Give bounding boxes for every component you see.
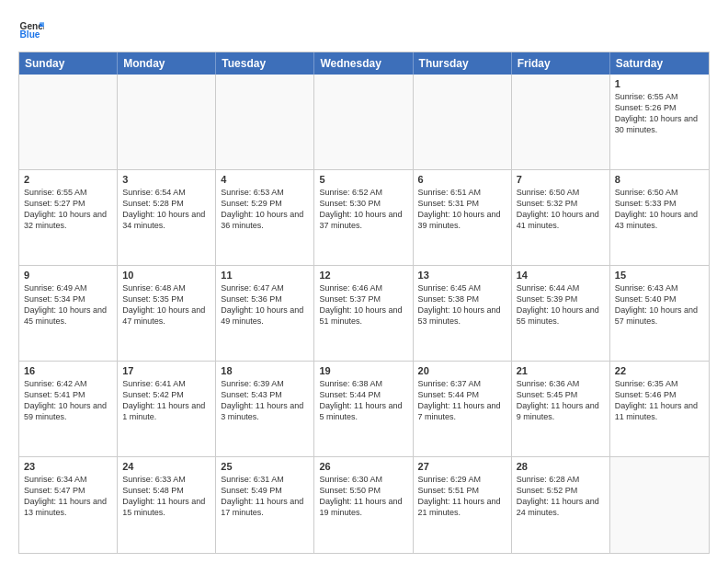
cell-info: Sunrise: 6:48 AM Sunset: 5:35 PM Dayligh…	[122, 282, 210, 327]
header-thursday: Thursday	[414, 52, 512, 75]
day-number: 5	[319, 174, 407, 185]
day-number: 7	[517, 174, 605, 185]
header-monday: Monday	[118, 52, 216, 75]
calendar-cell	[314, 75, 413, 169]
calendar-cell: 28Sunrise: 6:28 AM Sunset: 5:52 PM Dayli…	[512, 457, 610, 553]
calendar-cell	[19, 75, 118, 169]
header-saturday: Saturday	[610, 52, 709, 75]
calendar-cell: 16Sunrise: 6:42 AM Sunset: 5:41 PM Dayli…	[19, 362, 118, 456]
cell-info: Sunrise: 6:53 AM Sunset: 5:29 PM Dayligh…	[221, 187, 309, 232]
calendar-cell	[414, 75, 512, 169]
day-number: 26	[319, 461, 407, 472]
calendar-cell: 9Sunrise: 6:49 AM Sunset: 5:34 PM Daylig…	[19, 266, 118, 361]
cell-info: Sunrise: 6:36 AM Sunset: 5:45 PM Dayligh…	[517, 378, 605, 423]
calendar-cell: 7Sunrise: 6:50 AM Sunset: 5:32 PM Daylig…	[512, 170, 610, 265]
calendar: Sunday Monday Tuesday Wednesday Thursday…	[18, 52, 710, 554]
cell-info: Sunrise: 6:45 AM Sunset: 5:38 PM Dayligh…	[418, 282, 506, 327]
day-number: 2	[24, 174, 112, 185]
cell-info: Sunrise: 6:49 AM Sunset: 5:34 PM Dayligh…	[24, 282, 112, 327]
day-number: 28	[517, 461, 605, 472]
calendar-row-5: 23Sunrise: 6:34 AM Sunset: 5:47 PM Dayli…	[19, 457, 709, 553]
day-number: 9	[24, 270, 112, 281]
day-number: 23	[24, 461, 112, 472]
svg-text:Blue: Blue	[20, 29, 40, 40]
day-number: 18	[221, 365, 309, 376]
cell-info: Sunrise: 6:30 AM Sunset: 5:50 PM Dayligh…	[319, 474, 407, 519]
cell-info: Sunrise: 6:34 AM Sunset: 5:47 PM Dayligh…	[24, 474, 112, 519]
cell-info: Sunrise: 6:28 AM Sunset: 5:52 PM Dayligh…	[517, 474, 605, 519]
cell-info: Sunrise: 6:39 AM Sunset: 5:43 PM Dayligh…	[221, 378, 309, 423]
calendar-cell: 13Sunrise: 6:45 AM Sunset: 5:38 PM Dayli…	[414, 266, 512, 361]
cell-info: Sunrise: 6:41 AM Sunset: 5:42 PM Dayligh…	[122, 378, 210, 423]
calendar-cell: 14Sunrise: 6:44 AM Sunset: 5:39 PM Dayli…	[512, 266, 610, 361]
calendar-cell: 11Sunrise: 6:47 AM Sunset: 5:36 PM Dayli…	[216, 266, 314, 361]
header: General Blue	[18, 17, 710, 42]
calendar-cell: 22Sunrise: 6:35 AM Sunset: 5:46 PM Dayli…	[610, 362, 709, 456]
calendar-cell: 26Sunrise: 6:30 AM Sunset: 5:50 PM Dayli…	[314, 457, 413, 553]
calendar-cell	[216, 75, 314, 169]
cell-info: Sunrise: 6:37 AM Sunset: 5:44 PM Dayligh…	[418, 378, 506, 423]
cell-info: Sunrise: 6:35 AM Sunset: 5:46 PM Dayligh…	[615, 378, 704, 423]
calendar-cell	[610, 457, 709, 553]
calendar-cell: 5Sunrise: 6:52 AM Sunset: 5:30 PM Daylig…	[314, 170, 413, 265]
calendar-cell: 2Sunrise: 6:55 AM Sunset: 5:27 PM Daylig…	[19, 170, 118, 265]
calendar-cell: 21Sunrise: 6:36 AM Sunset: 5:45 PM Dayli…	[512, 362, 610, 456]
calendar-row-2: 2Sunrise: 6:55 AM Sunset: 5:27 PM Daylig…	[19, 170, 709, 266]
day-number: 19	[319, 365, 407, 376]
calendar-header: Sunday Monday Tuesday Wednesday Thursday…	[19, 52, 709, 75]
cell-info: Sunrise: 6:55 AM Sunset: 5:27 PM Dayligh…	[24, 187, 112, 232]
header-sunday: Sunday	[19, 52, 118, 75]
calendar-row-4: 16Sunrise: 6:42 AM Sunset: 5:41 PM Dayli…	[19, 362, 709, 457]
header-friday: Friday	[512, 52, 610, 75]
calendar-cell: 19Sunrise: 6:38 AM Sunset: 5:44 PM Dayli…	[314, 362, 413, 456]
cell-info: Sunrise: 6:29 AM Sunset: 5:51 PM Dayligh…	[418, 474, 506, 519]
cell-info: Sunrise: 6:52 AM Sunset: 5:30 PM Dayligh…	[319, 187, 407, 232]
day-number: 11	[221, 270, 309, 281]
header-wednesday: Wednesday	[314, 52, 413, 75]
calendar-cell: 18Sunrise: 6:39 AM Sunset: 5:43 PM Dayli…	[216, 362, 314, 456]
cell-info: Sunrise: 6:50 AM Sunset: 5:32 PM Dayligh…	[517, 187, 605, 232]
cell-info: Sunrise: 6:51 AM Sunset: 5:31 PM Dayligh…	[418, 187, 506, 232]
calendar-cell: 12Sunrise: 6:46 AM Sunset: 5:37 PM Dayli…	[314, 266, 413, 361]
cell-info: Sunrise: 6:50 AM Sunset: 5:33 PM Dayligh…	[615, 187, 704, 232]
cell-info: Sunrise: 6:55 AM Sunset: 5:26 PM Dayligh…	[615, 91, 704, 136]
calendar-cell: 20Sunrise: 6:37 AM Sunset: 5:44 PM Dayli…	[414, 362, 512, 456]
page: General Blue Sunday Monday Tuesday Wedne…	[0, 0, 728, 563]
day-number: 1	[615, 78, 704, 89]
day-number: 4	[221, 174, 309, 185]
cell-info: Sunrise: 6:31 AM Sunset: 5:49 PM Dayligh…	[221, 474, 309, 519]
calendar-cell	[512, 75, 610, 169]
calendar-cell: 17Sunrise: 6:41 AM Sunset: 5:42 PM Dayli…	[118, 362, 216, 456]
day-number: 20	[418, 365, 506, 376]
calendar-cell: 25Sunrise: 6:31 AM Sunset: 5:49 PM Dayli…	[216, 457, 314, 553]
calendar-cell: 1Sunrise: 6:55 AM Sunset: 5:26 PM Daylig…	[610, 75, 709, 169]
calendar-cell: 6Sunrise: 6:51 AM Sunset: 5:31 PM Daylig…	[414, 170, 512, 265]
day-number: 22	[615, 365, 704, 376]
day-number: 8	[615, 174, 704, 185]
day-number: 27	[418, 461, 506, 472]
day-number: 14	[517, 270, 605, 281]
cell-info: Sunrise: 6:33 AM Sunset: 5:48 PM Dayligh…	[122, 474, 210, 519]
logo-icon: General Blue	[18, 17, 44, 42]
day-number: 13	[418, 270, 506, 281]
cell-info: Sunrise: 6:38 AM Sunset: 5:44 PM Dayligh…	[319, 378, 407, 423]
day-number: 15	[615, 270, 704, 281]
day-number: 6	[418, 174, 506, 185]
day-number: 10	[122, 270, 210, 281]
day-number: 21	[517, 365, 605, 376]
calendar-row-3: 9Sunrise: 6:49 AM Sunset: 5:34 PM Daylig…	[19, 266, 709, 362]
day-number: 3	[122, 174, 210, 185]
calendar-cell: 23Sunrise: 6:34 AM Sunset: 5:47 PM Dayli…	[19, 457, 118, 553]
cell-info: Sunrise: 6:47 AM Sunset: 5:36 PM Dayligh…	[221, 282, 309, 327]
day-number: 12	[319, 270, 407, 281]
header-tuesday: Tuesday	[216, 52, 314, 75]
day-number: 16	[24, 365, 112, 376]
day-number: 25	[221, 461, 309, 472]
cell-info: Sunrise: 6:46 AM Sunset: 5:37 PM Dayligh…	[319, 282, 407, 327]
calendar-cell: 27Sunrise: 6:29 AM Sunset: 5:51 PM Dayli…	[414, 457, 512, 553]
calendar-cell: 10Sunrise: 6:48 AM Sunset: 5:35 PM Dayli…	[118, 266, 216, 361]
calendar-cell	[118, 75, 216, 169]
calendar-cell: 15Sunrise: 6:43 AM Sunset: 5:40 PM Dayli…	[610, 266, 709, 361]
calendar-cell: 24Sunrise: 6:33 AM Sunset: 5:48 PM Dayli…	[118, 457, 216, 553]
day-number: 24	[122, 461, 210, 472]
